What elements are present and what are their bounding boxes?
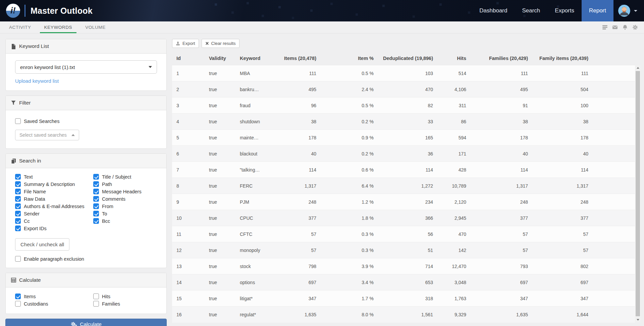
nav-item-dashboard[interactable]: Dashboard bbox=[472, 0, 515, 21]
cell: 12,470 bbox=[436, 258, 470, 274]
table-row[interactable]: 2truebankru…4952.4 %4704,106495504 bbox=[172, 81, 635, 97]
search-in-option-export-ids[interactable]: Export IDs bbox=[15, 225, 92, 231]
cell: 38 bbox=[470, 114, 531, 130]
table-row[interactable]: 15truelitigat*3471.7 %3181,763347347 bbox=[172, 290, 635, 307]
checkbox[interactable] bbox=[15, 196, 21, 202]
calculate-option-custodians[interactable]: Custodians bbox=[15, 301, 92, 307]
calculate-option-items[interactable]: Items bbox=[15, 294, 92, 299]
checkbox[interactable] bbox=[15, 218, 21, 224]
search-in-option-comments[interactable]: Comments bbox=[93, 196, 157, 202]
scroll-up-button[interactable] bbox=[635, 65, 641, 71]
search-in-option-cc[interactable]: Cc bbox=[15, 218, 92, 224]
checkbox[interactable] bbox=[15, 256, 21, 262]
vertical-scrollbar[interactable] bbox=[635, 65, 641, 323]
checkbox[interactable] bbox=[93, 196, 99, 202]
checkbox[interactable] bbox=[15, 181, 21, 187]
table-row[interactable]: 14trueoptions6973.4 %6533,048697697 bbox=[172, 274, 635, 290]
checkbox[interactable] bbox=[93, 203, 99, 209]
cell: 40 bbox=[281, 146, 320, 162]
scrollbar-thumb[interactable] bbox=[636, 71, 640, 316]
cell: 1,317 bbox=[281, 178, 320, 194]
bell-icon[interactable] bbox=[622, 24, 628, 30]
calculate-panel: Calculate ItemsCustodians HitsFamilies bbox=[5, 273, 167, 314]
search-in-option-path[interactable]: Path bbox=[93, 181, 157, 187]
calculate-option-families[interactable]: Families bbox=[93, 301, 157, 307]
tab-keywords[interactable]: KEYWORDS bbox=[40, 21, 77, 33]
cell: 377 bbox=[531, 210, 592, 226]
checkbox[interactable] bbox=[15, 301, 21, 307]
search-in-option-file-name[interactable]: File Name bbox=[15, 189, 92, 194]
calculate-header: Calculate bbox=[6, 273, 166, 287]
checkbox[interactable] bbox=[15, 174, 21, 180]
scroll-down-button[interactable] bbox=[635, 317, 641, 323]
tab-volume[interactable]: VOLUME bbox=[81, 21, 110, 33]
search-in-option-text[interactable]: Text bbox=[15, 174, 92, 180]
clear-results-button[interactable]: Clear results bbox=[202, 39, 239, 48]
keyword-list-select[interactable]: enron keyword list (1).txt bbox=[15, 60, 157, 74]
upload-keyword-list-link[interactable]: Upload keyword list bbox=[15, 78, 59, 84]
table-row[interactable]: 4trueshutdown380.2 %33863838 bbox=[172, 114, 635, 130]
checkbox[interactable] bbox=[15, 118, 21, 124]
check-uncheck-all-button[interactable]: Check / uncheck all bbox=[15, 238, 69, 251]
checkbox[interactable] bbox=[15, 225, 21, 231]
cell: 12 bbox=[172, 242, 206, 258]
checkbox[interactable] bbox=[93, 211, 99, 216]
table-row[interactable]: 5truemainte…1780.9 %165594178178 bbox=[172, 130, 635, 146]
cell: 178 bbox=[531, 130, 592, 146]
checkbox[interactable] bbox=[15, 294, 21, 299]
table-row[interactable]: 16trueregulat*1,6358.0 %1,5619,3291,6351… bbox=[172, 307, 635, 323]
user-menu[interactable] bbox=[613, 5, 644, 17]
table-row[interactable]: 13truestock7983.9 %71412,470793802 bbox=[172, 258, 635, 274]
list-icon[interactable] bbox=[602, 24, 608, 30]
checkbox[interactable] bbox=[93, 301, 99, 307]
checkbox[interactable] bbox=[93, 294, 99, 299]
cell: true bbox=[206, 226, 236, 242]
calculate-button[interactable]: Calculate bbox=[5, 319, 167, 326]
search-in-option-title-subject[interactable]: Title / Subject bbox=[93, 174, 157, 180]
select-saved-searches-dropdown[interactable]: Select saved searches bbox=[15, 130, 79, 140]
checkbox[interactable] bbox=[93, 174, 99, 180]
checkbox[interactable] bbox=[15, 211, 21, 216]
avatar[interactable] bbox=[618, 5, 630, 17]
saved-searches-checkbox[interactable]: Saved Searches bbox=[15, 118, 157, 124]
search-in-option-message-headers[interactable]: Message Headers bbox=[93, 189, 157, 194]
table-row[interactable]: 12truemonopoly570.3 %511425757 bbox=[172, 242, 635, 258]
search-in-option-bcc[interactable]: Bcc bbox=[93, 218, 157, 224]
search-in-option-from[interactable]: From bbox=[93, 203, 157, 209]
gear-icon[interactable] bbox=[632, 24, 638, 30]
search-in-option-sender[interactable]: Sender bbox=[15, 211, 92, 216]
table-row[interactable]: 8trueFERC1,3176.4 %1,27210,7891,3171,317 bbox=[172, 178, 635, 194]
search-in-option-raw-data[interactable]: Raw Data bbox=[15, 196, 92, 202]
table-row[interactable]: 10trueCPUC3771.8 %3662,945377377 bbox=[172, 210, 635, 226]
cell: 0.2 % bbox=[320, 146, 377, 162]
export-button[interactable]: Export bbox=[172, 39, 199, 48]
checkbox[interactable] bbox=[93, 189, 99, 194]
search-in-option-to[interactable]: To bbox=[93, 211, 157, 216]
checkbox[interactable] bbox=[93, 218, 99, 224]
search-in-option-summary-description[interactable]: Summary & Description bbox=[15, 181, 92, 187]
paragraph-exclusion-checkbox[interactable]: Enable paragraph exclusion bbox=[15, 256, 157, 262]
table-row[interactable]: 9truePJM2481.2 %2342,120248248 bbox=[172, 194, 635, 210]
cell: 594 bbox=[436, 130, 470, 146]
table-row[interactable]: 7true"talking…1140.6 %114428114114 bbox=[172, 162, 635, 178]
column-header: Id bbox=[172, 52, 206, 65]
envelope-icon[interactable] bbox=[612, 24, 618, 30]
nav-item-search[interactable]: Search bbox=[515, 0, 547, 21]
nav-item-report[interactable]: Report bbox=[582, 0, 613, 21]
cell: 38 bbox=[531, 114, 592, 130]
checkbox[interactable] bbox=[15, 203, 21, 209]
nav-item-exports[interactable]: Exports bbox=[547, 0, 582, 21]
table-row[interactable]: 3truefraud960.5 %8231191100 bbox=[172, 97, 635, 114]
calculate-option-hits[interactable]: Hits bbox=[93, 294, 157, 299]
checkbox[interactable] bbox=[15, 189, 21, 194]
table-row[interactable]: 1trueMBA1110.5 %103514111111 bbox=[172, 65, 635, 81]
cell: 82 bbox=[377, 97, 436, 114]
panel-title: Keyword List bbox=[19, 43, 49, 49]
search-in-option-authors-e-mail-addresses[interactable]: Authors & E-mail Addresses bbox=[15, 203, 92, 209]
checkbox[interactable] bbox=[93, 181, 99, 187]
table-row[interactable]: 6trueblackout400.2 %361714040 bbox=[172, 146, 635, 162]
cell: 514 bbox=[436, 65, 470, 81]
table-row[interactable]: 11trueCFTC570.3 %564705757 bbox=[172, 226, 635, 242]
tab-activity[interactable]: ACTIVITY bbox=[5, 21, 36, 33]
cell: true bbox=[206, 130, 236, 146]
